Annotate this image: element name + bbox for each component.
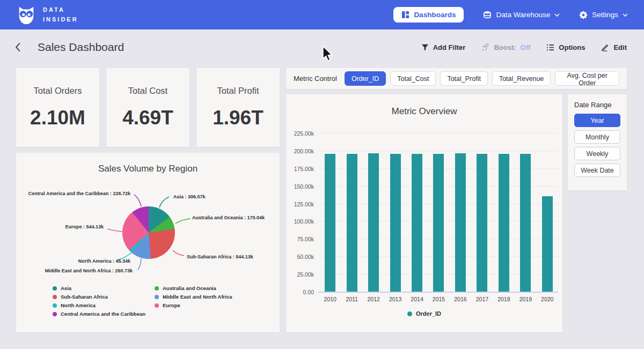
y-tick-label: 25.00k [286, 271, 314, 278]
kpi-label: Total Profit [217, 86, 259, 96]
legend-label: Order_ID [416, 310, 441, 317]
nav-dashboards-button[interactable]: Dashboards [393, 7, 464, 23]
legend-dot [53, 303, 57, 308]
nav-data-warehouse-label: Data Warehouse [496, 11, 550, 19]
legend-dot [53, 286, 57, 291]
bar-2014[interactable] [412, 154, 422, 292]
legend-item[interactable]: Europe [155, 302, 232, 308]
y-tick-label: 125.00k [286, 201, 314, 207]
page-title: Sales Dashboard [38, 41, 124, 54]
legend-item[interactable]: Central America and the Caribbean [53, 311, 155, 317]
boost-status: Off [521, 43, 531, 51]
date-range-year[interactable]: Year [574, 114, 620, 127]
pie-label-middle-east: Middle East and North Africa : 260.73k [45, 268, 133, 273]
pie-label-australia-oceania: Australia and Oceania : 170.04k [192, 215, 265, 220]
pie-label-europe: Europe : 544.13k [65, 224, 104, 229]
bar-2017[interactable] [477, 154, 487, 292]
legend-label: Central America and the Caribbean [61, 311, 145, 317]
brand-logo: DATA INSIDER [16, 5, 78, 25]
pie-label-north-america: North America : 45.34k [78, 258, 130, 264]
kpi-label: Total Cost [128, 86, 167, 96]
kpi-label: Total Orders [34, 86, 82, 96]
legend-label: Europe [163, 302, 180, 308]
chevron-down-icon [554, 13, 560, 17]
date-range-weekly[interactable]: Weekly [574, 147, 620, 160]
x-tick-label: 2016 [450, 296, 471, 302]
kpi-value: 4.69T [122, 107, 173, 129]
legend-item[interactable]: Australia and Oceania [155, 285, 232, 291]
bar-2011[interactable] [347, 154, 357, 292]
y-tick-label: 150.00k [286, 183, 314, 190]
dashboard-icon [401, 11, 409, 19]
legend-item[interactable]: Middle East and North Africa [155, 294, 232, 300]
bar-2013[interactable] [390, 154, 401, 292]
bar-chart-x-axis: 2010201120122013201420152016201720182019… [319, 296, 558, 302]
date-range-monthly[interactable]: Monthly [574, 130, 620, 144]
legend-item[interactable]: North America [53, 302, 155, 308]
options-button[interactable]: Options [546, 43, 585, 51]
date-range-label: Date Range [574, 101, 620, 109]
date-range-week-date[interactable]: Week Date [574, 164, 620, 177]
bar-2020[interactable] [542, 196, 553, 292]
y-tick-label: 225.00k [286, 130, 314, 137]
kpi-total-cost: Total Cost 4.69T [106, 68, 189, 147]
x-tick-label: 2020 [537, 296, 558, 302]
x-tick-label: 2015 [428, 296, 449, 302]
nav-settings[interactable]: Settings [579, 11, 628, 19]
sales-volume-chart: Sales Volume by Region Central America a… [16, 153, 280, 332]
date-range-options: YearMonthlyWeeklyWeek Date [574, 114, 620, 177]
legend-dot [407, 311, 412, 316]
date-range-panel: Date Range YearMonthlyWeeklyWeek Date [568, 94, 627, 190]
legend-dot [155, 295, 159, 299]
brand-line-1: DATA [43, 5, 78, 14]
pie-graphic[interactable] [122, 206, 175, 259]
metric-button-total-cost[interactable]: Total_Cost [390, 71, 436, 86]
bar-chart-legend: Order_ID [286, 310, 562, 317]
bar-2016[interactable] [455, 153, 466, 292]
bar-2010[interactable] [325, 154, 335, 292]
brand-line-2: INSIDER [43, 15, 78, 24]
back-button[interactable] [15, 42, 26, 53]
pie-label-central-america: Central America and the Caribbean : 226.… [28, 191, 130, 196]
owl-logo-icon [16, 5, 36, 25]
metric-button-total-revenue[interactable]: Total_Revenue [492, 71, 551, 86]
x-tick-label: 2010 [319, 296, 341, 302]
y-tick-label: 0.00 [286, 289, 314, 295]
legend-label: Middle East and North Africa [163, 294, 232, 300]
metric-button-order-id[interactable]: Order_ID [345, 71, 386, 86]
add-filter-button[interactable]: Add Filter [421, 43, 466, 51]
pie-label-sub-saharan-africa: Sub-Saharan Africa : 544.13k [187, 254, 253, 259]
edit-button[interactable]: Edit [601, 43, 627, 51]
metric-button-avg-cost-per-order[interactable]: Avg. Cost per Order [555, 71, 619, 86]
filter-icon [421, 43, 429, 51]
pie-legend: AsiaAustralia and OceaniaSub-Saharan Afr… [53, 285, 232, 317]
legend-dot [53, 295, 57, 299]
y-tick-label: 75.00k [286, 236, 314, 242]
y-tick-label: 50.00k [286, 254, 314, 260]
legend-label: Sub-Saharan Africa [61, 294, 108, 300]
bar-2018[interactable] [499, 154, 509, 292]
boost-toggle[interactable]: Boost: Off [481, 43, 530, 51]
pie-chart-title: Sales Volume by Region [16, 153, 280, 174]
legend-item[interactable]: Asia [53, 285, 155, 291]
legend-dot [155, 303, 159, 308]
chevron-down-icon [623, 13, 628, 17]
legend-label: Australia and Oceania [163, 285, 216, 291]
rocket-icon [481, 43, 489, 51]
x-tick-label: 2018 [493, 296, 515, 302]
nav-dashboards-label: Dashboards [414, 11, 456, 19]
metric-control-label: Metric Control [294, 75, 337, 83]
bar-2019[interactable] [520, 154, 531, 292]
y-tick-label: 200.00k [286, 148, 314, 154]
nav-settings-label: Settings [592, 11, 618, 19]
bar-2015[interactable] [433, 154, 444, 292]
x-tick-label: 2013 [384, 296, 406, 302]
bar-chart-bars [319, 133, 558, 292]
legend-item[interactable]: Sub-Saharan Africa [53, 294, 155, 300]
kpi-value: 1.96T [213, 107, 264, 129]
bar-2012[interactable] [368, 153, 379, 292]
legend-dot [53, 312, 57, 316]
nav-data-warehouse[interactable]: Data Warehouse [483, 11, 560, 19]
x-tick-label: 2012 [363, 296, 384, 302]
metric-button-total-profit[interactable]: Total_Profit [440, 71, 488, 86]
